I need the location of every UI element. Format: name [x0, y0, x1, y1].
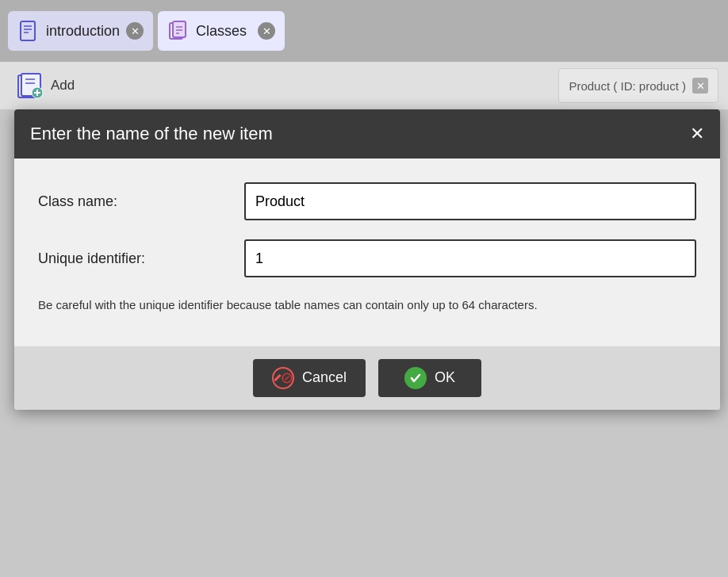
- class-name-row: Class name:: [38, 182, 696, 220]
- tab-classes-close[interactable]: ✕: [258, 22, 275, 40]
- toolbar: Add Product ( ID: product ) ✕: [0, 62, 728, 109]
- add-button[interactable]: Add: [10, 68, 81, 103]
- product-chip-close[interactable]: ✕: [692, 78, 708, 94]
- ok-label: OK: [435, 369, 455, 386]
- add-icon: [16, 71, 44, 100]
- product-chip-label: Product ( ID: product ): [569, 79, 686, 93]
- class-name-input[interactable]: [244, 182, 696, 220]
- unique-id-row: Unique identifier:: [38, 239, 696, 277]
- svg-rect-5: [173, 21, 186, 37]
- tab-introduction-label: introduction: [46, 23, 120, 40]
- dialog: Enter the name of the new item ✕ Class n…: [14, 109, 720, 410]
- dialog-close-button[interactable]: ✕: [690, 125, 704, 143]
- cancel-button[interactable]: Cancel: [253, 359, 366, 397]
- svg-line-17: [285, 376, 289, 379]
- dialog-body: Class name: Unique identifier: Be carefu…: [14, 159, 720, 346]
- ok-icon: [404, 367, 427, 389]
- document-icon: [17, 20, 40, 42]
- ok-button[interactable]: OK: [378, 359, 481, 397]
- unique-id-input[interactable]: [244, 239, 696, 277]
- cancel-icon: [272, 367, 294, 389]
- dialog-header: Enter the name of the new item ✕: [14, 109, 720, 159]
- class-icon: [167, 20, 190, 42]
- add-label: Add: [51, 78, 75, 94]
- form-note: Be careful with the unique identifier be…: [38, 296, 696, 315]
- svg-rect-0: [21, 21, 35, 40]
- tab-classes-label: Classes: [196, 23, 251, 40]
- product-chip: Product ( ID: product ) ✕: [558, 68, 718, 103]
- class-name-label: Class name:: [38, 193, 244, 210]
- tab-introduction[interactable]: introduction ✕: [8, 11, 153, 51]
- tab-classes[interactable]: Classes ✕: [158, 11, 285, 51]
- cancel-label: Cancel: [302, 369, 347, 386]
- unique-id-label: Unique identifier:: [38, 250, 244, 267]
- tab-introduction-close[interactable]: ✕: [126, 22, 144, 40]
- dialog-footer: Cancel OK: [14, 346, 720, 410]
- tab-bar: introduction ✕ Classes ✕: [0, 0, 728, 62]
- dialog-title: Enter the name of the new item: [30, 124, 273, 144]
